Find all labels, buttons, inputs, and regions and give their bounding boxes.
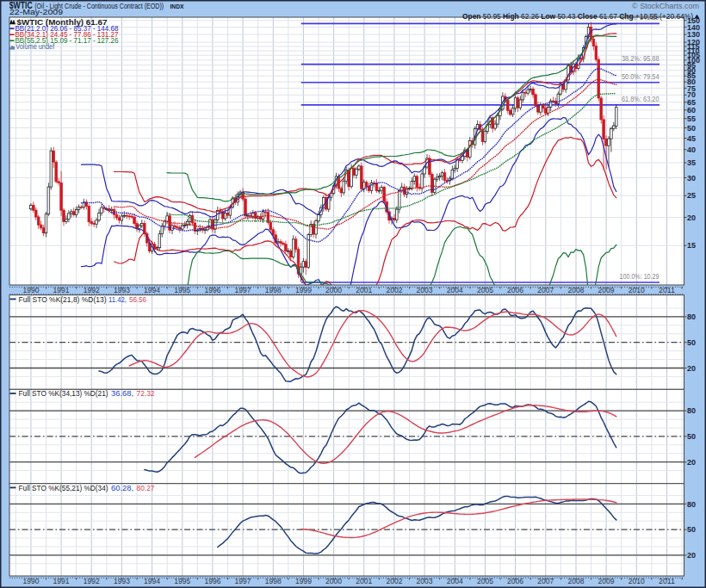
- svg-text:Open 50.95 High 62.26 Low 50.4: Open 50.95 High 62.26 Low 50.43 Close 61…: [462, 11, 693, 21]
- svg-text:61.8%: 63.20: 61.8%: 63.20: [622, 95, 660, 103]
- svg-text:60.28,: 60.28,: [111, 484, 133, 492]
- svg-text:20: 20: [687, 364, 696, 373]
- svg-text:35: 35: [687, 158, 696, 167]
- svg-text:20: 20: [687, 214, 696, 222]
- svg-text:25: 25: [687, 191, 696, 200]
- svg-text:38.2%: 95.88: 38.2%: 95.88: [622, 54, 660, 63]
- svg-text:Volume undef: Volume undef: [15, 42, 55, 51]
- svg-text:30: 30: [687, 174, 696, 183]
- svg-text:22-May-2009: 22-May-2009: [9, 8, 63, 16]
- svg-text:80: 80: [687, 406, 696, 415]
- svg-text:80.27: 80.27: [137, 484, 155, 492]
- svg-text:11.42,: 11.42,: [108, 295, 127, 304]
- svg-text:50: 50: [687, 525, 696, 534]
- svg-text:55: 55: [687, 115, 696, 123]
- svg-text:Full STO %K(55,21) %D(34): Full STO %K(55,21) %D(34): [19, 484, 108, 492]
- svg-text:15: 15: [687, 241, 696, 250]
- svg-text:INDX: INDX: [170, 3, 184, 10]
- svg-text:50: 50: [687, 338, 696, 347]
- svg-text:56.56: 56.56: [129, 295, 146, 304]
- svg-text:80: 80: [687, 500, 696, 509]
- svg-text:© StockCharts.com: © StockCharts.com: [632, 1, 699, 10]
- svg-text:72.32: 72.32: [137, 389, 155, 398]
- svg-text:40: 40: [687, 145, 696, 154]
- svg-text:60: 60: [687, 106, 696, 115]
- svg-text:50.0%: 79.54: 50.0%: 79.54: [622, 72, 660, 81]
- svg-text:20: 20: [687, 458, 696, 467]
- svg-text:20: 20: [687, 551, 696, 560]
- svg-text:45: 45: [687, 134, 696, 143]
- svg-text:50: 50: [687, 124, 696, 133]
- svg-text:50: 50: [687, 432, 696, 441]
- svg-text:80: 80: [687, 313, 696, 321]
- svg-text:Full STO %K(21,8) %D(13): Full STO %K(21,8) %D(13): [19, 295, 107, 304]
- svg-text:Full STO %K(34,13) %D(21): Full STO %K(34,13) %D(21): [19, 389, 108, 398]
- svg-text:36.68,: 36.68,: [111, 389, 133, 398]
- svg-text:100.0%: 10.29: 100.0%: 10.29: [620, 272, 660, 281]
